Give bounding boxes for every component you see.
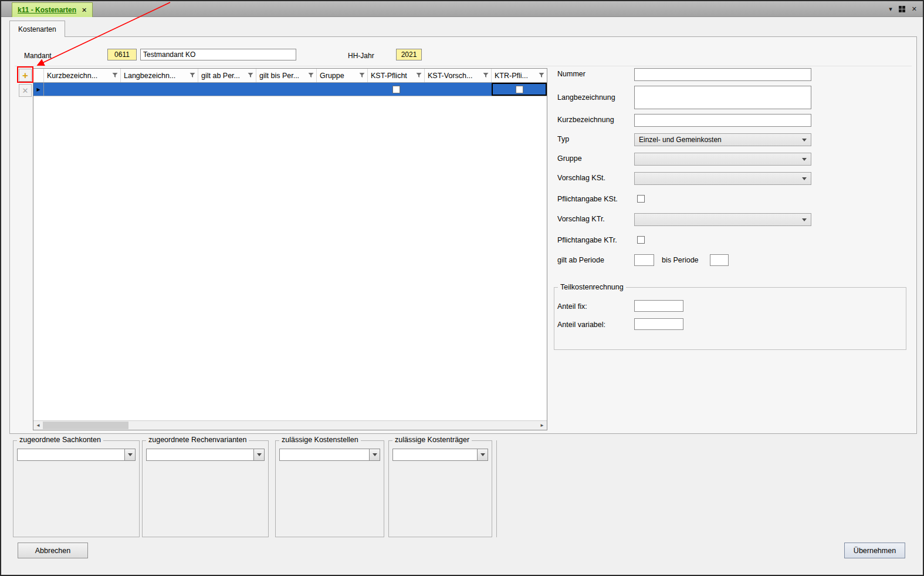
chevron-down-icon: [257, 453, 262, 456]
row-marker-icon: ▶: [33, 83, 44, 96]
kostentraeger-groupbox: zulässige Kostenträger: [388, 440, 492, 537]
teilkostenrechnung-groupbox: Teilkostenrechnung: [554, 287, 906, 350]
filter-icon[interactable]: [359, 72, 365, 80]
main-panel: Mandant 0611 HH-Jahr 2021 + ✕ Kurzbezeic…: [9, 36, 917, 434]
column-header-gilt-bis-periode[interactable]: gilt bis Per...: [256, 69, 317, 82]
gilt-ab-periode-label: gilt ab Periode: [557, 256, 604, 264]
kostentraeger-combobox-input[interactable]: [393, 449, 477, 460]
column-header-kst-vorschlag[interactable]: KST-Vorsch...: [425, 69, 492, 82]
kostenstellen-combobox-input[interactable]: [280, 449, 369, 460]
kst-pflicht-checkbox[interactable]: [392, 86, 400, 93]
nummer-input[interactable]: [634, 68, 811, 81]
filter-icon[interactable]: [248, 72, 253, 80]
column-header-kurzbezeichnung[interactable]: Kurzbezeichn...: [44, 69, 121, 82]
kostenarten-grid: Kurzbezeichn... Langbezeichn... gilt ab …: [33, 68, 547, 430]
mandant-header-row: Mandant 0611 HH-Jahr 2021: [15, 43, 912, 66]
kurzbezeichnung-label: Kurzbezeichnung: [557, 116, 614, 124]
pflichtangabe-kst-checkbox[interactable]: [637, 195, 645, 203]
hhjahr-label: HH-Jahr: [348, 52, 374, 60]
chevron-down-icon: [802, 158, 807, 161]
dropdown-button[interactable]: [253, 449, 264, 460]
bis-periode-input[interactable]: [710, 254, 729, 266]
rechenvarianten-groupbox: zugeordnete Rechenvarianten: [142, 440, 269, 537]
gilt-ab-periode-input[interactable]: [634, 254, 654, 266]
scrollbar-track[interactable]: [43, 421, 537, 430]
horizontal-scrollbar[interactable]: ◄ ►: [33, 420, 547, 430]
filter-icon[interactable]: [539, 72, 544, 80]
filter-icon[interactable]: [483, 72, 489, 80]
tab-kostenarten-label: Kostenarten: [18, 25, 56, 33]
cell-kst-vorschlag[interactable]: [425, 83, 492, 96]
abbrechen-button[interactable]: Abbrechen: [18, 543, 88, 558]
chevron-down-icon: [802, 218, 807, 221]
sachkonten-combobox-input[interactable]: [18, 449, 124, 460]
column-header-ktr-pflicht[interactable]: KTR-Pfli...: [492, 69, 547, 82]
vorschlag-kst-dropdown[interactable]: [634, 172, 811, 185]
filter-icon[interactable]: [308, 72, 314, 80]
dropdown-button[interactable]: [124, 449, 135, 460]
scroll-right-icon[interactable]: ►: [537, 421, 547, 430]
column-header-kst-pflicht[interactable]: KST-Pflicht: [368, 69, 425, 82]
anteil-fix-input[interactable]: [634, 300, 683, 312]
grid-row-selected[interactable]: ▶: [33, 83, 547, 96]
kostenstellen-label: zulässige Kostenstellen: [279, 436, 361, 444]
filter-icon[interactable]: [416, 72, 422, 80]
cell-gruppe[interactable]: [317, 83, 368, 96]
teilkostenrechnung-label: Teilkostenrechnung: [558, 283, 626, 291]
chevron-down-icon[interactable]: ▾: [889, 5, 892, 13]
cell-kurzbezeichnung[interactable]: [44, 83, 121, 96]
cell-ktr-pflicht[interactable]: [492, 83, 547, 96]
ktr-pflicht-checkbox[interactable]: [516, 86, 523, 93]
cell-gilt-bis-periode[interactable]: [256, 83, 317, 96]
cell-gilt-ab-periode[interactable]: [198, 83, 256, 96]
titlebar-icons: ▾ ✕: [889, 1, 917, 17]
gruppe-dropdown[interactable]: [634, 153, 811, 166]
filter-icon[interactable]: [189, 72, 195, 80]
filter-icon[interactable]: [112, 72, 118, 80]
document-tab-title[interactable]: k11 - Kostenarten: [18, 6, 76, 14]
document-tab-close-icon[interactable]: ✕: [82, 6, 87, 14]
kurzbezeichnung-input[interactable]: [634, 114, 811, 127]
cell-langbezeichnung[interactable]: [121, 83, 198, 96]
add-row-button[interactable]: +: [19, 69, 32, 82]
column-header-gruppe[interactable]: Gruppe: [317, 69, 368, 82]
dropdown-button[interactable]: [477, 449, 488, 460]
pflichtangabe-ktr-label: Pflichtangabe KTr.: [557, 236, 617, 244]
kostentraeger-combobox[interactable]: [392, 449, 488, 461]
anteil-variabel-input[interactable]: [634, 318, 683, 330]
typ-dropdown[interactable]: Einzel- und Gemeinkosten: [634, 133, 811, 146]
uebernehmen-button[interactable]: Übernehmen: [844, 543, 905, 558]
mandant-name-field[interactable]: [140, 49, 296, 60]
document-tab[interactable]: k11 - Kostenarten ✕: [12, 2, 93, 17]
scroll-left-icon[interactable]: ◄: [33, 421, 43, 430]
kostenstellen-groupbox: zulässige Kostenstellen: [275, 440, 384, 537]
scrollbar-thumb[interactable]: [43, 422, 128, 429]
pflichtangabe-ktr-checkbox[interactable]: [637, 236, 645, 244]
rechenvarianten-combobox[interactable]: [146, 449, 265, 461]
sachkonten-combobox[interactable]: [17, 449, 136, 461]
langbezeichnung-input[interactable]: [634, 86, 811, 109]
vorschlag-ktr-label: Vorschlag KTr.: [557, 215, 605, 223]
vorschlag-ktr-dropdown[interactable]: [634, 213, 811, 226]
cell-kst-pflicht[interactable]: [368, 83, 425, 96]
tab-kostenarten[interactable]: Kostenarten: [9, 21, 65, 37]
kostenstellen-combobox[interactable]: [279, 449, 380, 461]
rechenvarianten-combobox-input[interactable]: [147, 449, 253, 460]
window-grid-icon[interactable]: [899, 6, 905, 12]
sachkonten-groupbox: zugeordnete Sachkonten: [13, 440, 140, 537]
close-icon[interactable]: ✕: [912, 5, 917, 13]
column-header-gilt-ab-periode[interactable]: gilt ab Per...: [198, 69, 256, 82]
nummer-label: Nummer: [557, 70, 585, 78]
row-marker-column-header: [33, 69, 44, 82]
chevron-down-icon: [373, 453, 377, 456]
mandant-number-field[interactable]: 0611: [107, 49, 137, 60]
sachkonten-label: zugeordnete Sachkonten: [17, 436, 103, 444]
hhjahr-field[interactable]: 2021: [396, 49, 422, 60]
bottom-divider: [496, 440, 497, 537]
kostentraeger-label: zulässige Kostenträger: [392, 436, 472, 444]
anteil-variabel-label: Anteil variabel:: [557, 321, 605, 329]
column-header-langbezeichnung[interactable]: Langbezeichn...: [121, 69, 198, 82]
bis-periode-label: bis Periode: [662, 256, 699, 264]
delete-row-button[interactable]: ✕: [19, 84, 32, 97]
dropdown-button[interactable]: [369, 449, 380, 460]
